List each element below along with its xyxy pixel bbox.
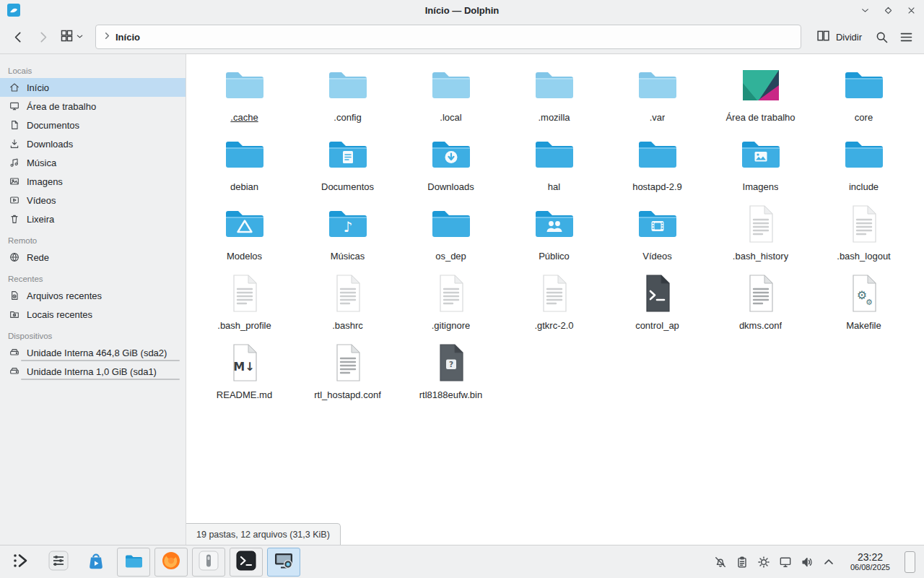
- sidebar-item-musica[interactable]: Música: [0, 153, 186, 172]
- sidebar-item-label: Lixeira: [27, 214, 54, 225]
- notifications-muted-icon[interactable]: [713, 555, 728, 569]
- home-icon: [9, 82, 20, 93]
- file-item-mozilla[interactable]: .mozilla: [502, 62, 606, 131]
- settings-icon: [48, 551, 69, 574]
- taskbar-utility-app-button[interactable]: [192, 548, 225, 577]
- sidebar-item-area-de-trabalho[interactable]: Área de trabalho: [0, 97, 186, 116]
- file-item-downloads[interactable]: Downloads: [399, 131, 502, 201]
- folder-hidden-icon: [531, 62, 578, 108]
- file-item-bash-logout[interactable]: .bash_logout: [812, 201, 915, 270]
- taskbar-settings-button[interactable]: [42, 548, 75, 577]
- breadcrumb-home[interactable]: Início: [116, 32, 140, 43]
- sidebar-section-dispositivos: Dispositivos: [8, 332, 186, 340]
- location-bar[interactable]: Início: [95, 25, 801, 49]
- file-item-cache[interactable]: .cache: [193, 62, 296, 131]
- sidebar-item-label: Rede: [27, 252, 49, 263]
- maximize-button[interactable]: [882, 4, 894, 16]
- file-item-rtl8188eufw-bin[interactable]: ?rtl8188eufw.bin: [399, 340, 502, 409]
- back-button[interactable]: [7, 25, 29, 48]
- search-button[interactable]: [871, 25, 892, 48]
- file-item-dkms-conf[interactable]: dkms.conf: [709, 270, 812, 340]
- videos-icon: [9, 194, 20, 206]
- file-item-gtkrc-2-0[interactable]: .gtkrc-2.0: [502, 270, 606, 340]
- taskbar-apps: [4, 548, 300, 577]
- file-item-makefile[interactable]: ⚙⚙Makefile: [812, 270, 915, 340]
- sidebar-item-unidade-interna-1-0-gib-sda1[interactable]: Unidade Interna 1,0 GiB (sda1): [0, 362, 186, 381]
- status-summary: 19 pastas, 12 arquivos (31,3 KiB): [196, 530, 330, 540]
- sidebar-item-inicio[interactable]: Início: [0, 78, 186, 97]
- file-item-area-de-trabalho[interactable]: Área de trabalho: [709, 62, 812, 131]
- taskbar-firefox-button[interactable]: [154, 548, 188, 577]
- file-item-bash-history[interactable]: .bash_history: [709, 201, 812, 270]
- display-icon[interactable]: [778, 555, 793, 569]
- folder-documents-icon: [325, 131, 371, 178]
- file-item-control-ap[interactable]: control_ap: [606, 270, 709, 340]
- file-item-gitignore[interactable]: .gitignore: [399, 270, 502, 340]
- file-item-local[interactable]: .local: [399, 62, 502, 131]
- file-item-modelos[interactable]: Modelos: [193, 201, 296, 270]
- file-item-hostapd-2-9[interactable]: hostapd-2.9: [606, 131, 709, 201]
- taskbar-konsole-button[interactable]: [230, 548, 263, 577]
- file-label: core: [855, 112, 873, 123]
- discover-icon: [86, 551, 106, 574]
- file-label: .bash_history: [733, 251, 788, 262]
- file-item-var[interactable]: .var: [606, 62, 709, 131]
- sidebar-item-rede[interactable]: Rede: [0, 248, 186, 267]
- file-item-config[interactable]: .config: [296, 62, 399, 131]
- close-button[interactable]: [905, 4, 917, 16]
- file-item-musicas[interactable]: ♪Músicas: [296, 201, 399, 270]
- file-item-core[interactable]: core: [812, 62, 915, 131]
- folder-icon: [531, 131, 578, 178]
- sidebar-item-label: Unidade Interna 1,0 GiB (sda1): [27, 366, 157, 377]
- clipboard-icon[interactable]: [735, 555, 749, 569]
- sidebar-item-locais-recentes[interactable]: Locais recentes: [0, 305, 186, 324]
- night-color-icon[interactable]: [757, 555, 771, 569]
- sidebar-item-unidade-interna-464-8-gib-sda2[interactable]: Unidade Interna 464,8 GiB (sda2): [0, 343, 186, 362]
- file-item-publico[interactable]: Público: [502, 201, 606, 270]
- taskbar-spectacle-button[interactable]: [267, 548, 300, 577]
- file-item-bash-profile[interactable]: .bash_profile: [193, 270, 296, 340]
- file-item-rtl-hostapd-conf[interactable]: rtl_hostapd.conf: [296, 340, 399, 409]
- file-item-debian[interactable]: debian: [193, 131, 296, 201]
- folder-templates-icon: [222, 201, 268, 247]
- folder-desktop-icon: [738, 62, 784, 108]
- sidebar-item-arquivos-recentes[interactable]: Arquivos recentes: [0, 286, 186, 305]
- file-item-readme-md[interactable]: M↓README.md: [193, 340, 296, 409]
- text-hidden-icon: [531, 270, 578, 316]
- sidebar-item-videos[interactable]: Vídeos: [0, 191, 186, 210]
- taskbar-discover-button[interactable]: [79, 548, 113, 577]
- file-label: Modelos: [227, 251, 262, 262]
- taskbar-dolphin-button[interactable]: [117, 548, 150, 577]
- split-view-button[interactable]: Dividir: [810, 25, 868, 48]
- markdown-icon: M↓: [222, 340, 268, 386]
- minimize-button[interactable]: [859, 4, 871, 16]
- view-mode-button[interactable]: [56, 25, 87, 48]
- file-item-bashrc[interactable]: .bashrc: [296, 270, 399, 340]
- file-label: dkms.conf: [739, 320, 782, 331]
- peek-desktop-button[interactable]: [905, 551, 915, 573]
- file-item-hal[interactable]: hal: [502, 131, 606, 201]
- digital-clock[interactable]: 23:22 06/08/2025: [850, 551, 890, 573]
- expand-tray-icon[interactable]: [821, 555, 836, 569]
- sidebar-item-lixeira[interactable]: Lixeira: [0, 210, 186, 228]
- forward-button[interactable]: [32, 25, 53, 48]
- sidebar-item-label: Área de trabalho: [27, 101, 96, 112]
- folder-view[interactable]: .cache.config.local.mozilla.varÁrea de t…: [186, 54, 924, 545]
- file-label: hostapd-2.9: [632, 181, 682, 192]
- sidebar-item-documentos[interactable]: Documentos: [0, 116, 186, 134]
- file-item-include[interactable]: include: [812, 131, 915, 201]
- file-label: .local: [440, 112, 461, 123]
- taskbar: 23:22 06/08/2025: [0, 545, 924, 578]
- volume-icon[interactable]: [800, 555, 814, 569]
- title-bar[interactable]: Início — Dolphin: [0, 0, 924, 20]
- file-item-os-dep[interactable]: os_dep: [399, 201, 502, 270]
- split-view-label: Dividir: [836, 32, 862, 43]
- taskbar-app-launcher-button[interactable]: [4, 548, 38, 577]
- sidebar-item-imagens[interactable]: Imagens: [0, 172, 186, 191]
- hamburger-menu-button[interactable]: [895, 25, 917, 48]
- file-item-documentos[interactable]: Documentos: [296, 131, 399, 201]
- binary-icon: ?: [428, 340, 474, 386]
- file-item-videos[interactable]: Vídeos: [606, 201, 709, 270]
- file-item-imagens[interactable]: Imagens: [709, 131, 812, 201]
- sidebar-item-downloads[interactable]: Downloads: [0, 134, 186, 153]
